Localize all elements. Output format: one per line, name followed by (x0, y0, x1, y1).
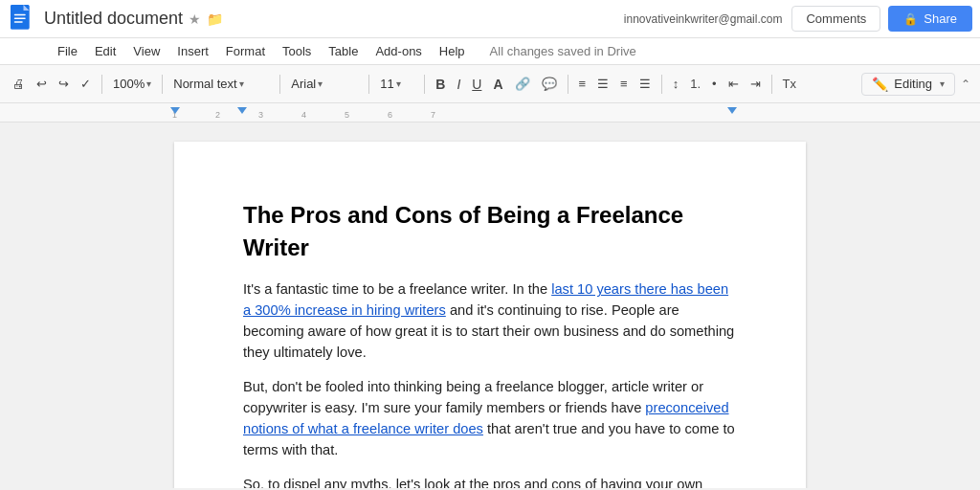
font-value: Arial (291, 77, 316, 91)
menu-insert[interactable]: Insert (169, 42, 216, 60)
align-right-button[interactable]: ≡ (615, 73, 633, 95)
zoom-arrow: ▾ (146, 78, 151, 89)
indent-decrease-button[interactable]: ⇤ (724, 73, 744, 95)
lock-icon: 🔒 (903, 12, 918, 26)
bold-button[interactable]: B (431, 73, 450, 96)
fontsize-value: 11 (380, 77, 393, 91)
pencil-icon: ✏️ (872, 77, 888, 92)
share-button[interactable]: 🔒 Share (888, 6, 972, 32)
share-label: Share (924, 11, 957, 26)
editing-arrow: ▾ (940, 78, 945, 89)
google-docs-icon (8, 5, 36, 33)
svg-rect-4 (14, 17, 26, 19)
fontsize-arrow: ▾ (396, 78, 401, 89)
separator-1 (101, 75, 102, 94)
document-page[interactable]: The Pros and Cons of Being a Freelance W… (174, 142, 806, 488)
linespacing-button[interactable]: ↕ (668, 73, 684, 95)
style-value: Normal text (173, 77, 236, 91)
style-dropdown[interactable]: Normal text ▾ (168, 74, 274, 94)
fontcolor-button[interactable]: A (488, 73, 507, 96)
comment-button[interactable]: 💬 (537, 73, 562, 95)
folder-icon[interactable]: 📁 (207, 11, 223, 27)
spellcheck-button[interactable]: ✓ (76, 73, 96, 95)
paragraph-1: It's a fantastic time to be a freelance … (243, 278, 737, 363)
ruler-right-indent[interactable] (727, 107, 737, 114)
italic-button[interactable]: I (452, 73, 465, 96)
menu-view[interactable]: View (125, 42, 167, 60)
collapse-button[interactable]: ⌃ (959, 76, 972, 93)
document-area: The Pros and Cons of Being a Freelance W… (0, 122, 980, 488)
para1-text-before: It's a fantastic time to be a freelance … (243, 281, 551, 297)
editing-area: ✏️ Editing ▾ ⌃ (861, 73, 972, 96)
undo-button[interactable]: ↩ (32, 73, 52, 95)
menu-format[interactable]: Format (218, 42, 273, 60)
document-title[interactable]: Untitled document (44, 9, 183, 29)
svg-rect-3 (14, 13, 26, 15)
align-center-button[interactable]: ☰ (592, 73, 613, 95)
editing-badge[interactable]: ✏️ Editing ▾ (861, 73, 955, 96)
ruler-mark-6: 6 (388, 110, 431, 120)
separator-8 (771, 75, 772, 94)
paragraph-2: But, don't be fooled into thinking being… (243, 376, 737, 460)
zoom-dropdown[interactable]: 100% ▾ (108, 74, 156, 94)
svg-rect-5 (14, 21, 23, 23)
indent-increase-button[interactable]: ⇥ (746, 73, 766, 95)
editing-label: Editing (894, 77, 932, 91)
separator-3 (279, 75, 280, 94)
ruler-tab-stop[interactable] (237, 107, 247, 114)
user-email: innovativeinkwriter@gmail.com (624, 12, 792, 26)
font-dropdown[interactable]: Arial ▾ (286, 74, 363, 94)
separator-6 (568, 75, 568, 94)
underline-button[interactable]: U (467, 73, 486, 96)
fontsize-dropdown[interactable]: 11 ▾ (375, 74, 418, 94)
top-bar: Untitled document ★ 📁 innovativeinkwrite… (0, 0, 980, 38)
comments-button[interactable]: Comments (791, 6, 880, 32)
separator-4 (368, 75, 369, 94)
bulletlist-button[interactable]: • (707, 73, 722, 95)
para2-text-before: But, don't be fooled into thinking being… (243, 379, 703, 415)
toolbar: 🖨 ↩ ↪ ✓ 100% ▾ Normal text ▾ Arial ▾ 11 … (0, 65, 980, 103)
separator-5 (424, 75, 425, 94)
document-heading: The Pros and Cons of Being a Freelance W… (243, 199, 737, 263)
ruler: 1 2 3 4 5 6 7 (0, 103, 980, 122)
menu-edit[interactable]: Edit (87, 42, 123, 60)
ruler-mark-5: 5 (345, 110, 388, 120)
menu-addons[interactable]: Add-ons (368, 42, 429, 60)
style-arrow: ▾ (239, 78, 244, 89)
menu-bar: File Edit View Insert Format Tools Table… (0, 38, 980, 65)
separator-2 (162, 75, 163, 94)
menu-table[interactable]: Table (321, 42, 366, 60)
menu-file[interactable]: File (50, 42, 85, 60)
align-justify-button[interactable]: ☰ (635, 73, 656, 95)
ruler-mark-7: 7 (431, 110, 474, 120)
menu-tools[interactable]: Tools (275, 42, 319, 60)
print-button[interactable]: 🖨 (8, 73, 30, 95)
save-status: All changes saved in Drive (490, 44, 636, 58)
doc-title-area: Untitled document ★ 📁 (44, 9, 624, 29)
zoom-value: 100% (113, 77, 145, 91)
paragraph-3: So, to dispel any myths, let's look at t… (243, 474, 737, 488)
menu-help[interactable]: Help (432, 42, 473, 60)
ruler-left-indent[interactable] (170, 107, 180, 114)
font-arrow: ▾ (318, 78, 323, 89)
star-icon[interactable]: ★ (189, 11, 201, 27)
redo-button[interactable]: ↪ (54, 73, 74, 95)
doc-title-row: Untitled document ★ 📁 (44, 9, 624, 29)
clear-format-button[interactable]: Tx (778, 73, 801, 95)
ruler-mark-3: 3 (258, 110, 301, 120)
link-button[interactable]: 🔗 (510, 73, 535, 95)
numberedlist-button[interactable]: 1. (685, 73, 705, 95)
align-left-button[interactable]: ≡ (574, 73, 591, 95)
ruler-mark-4: 4 (301, 110, 345, 120)
separator-7 (661, 75, 662, 94)
